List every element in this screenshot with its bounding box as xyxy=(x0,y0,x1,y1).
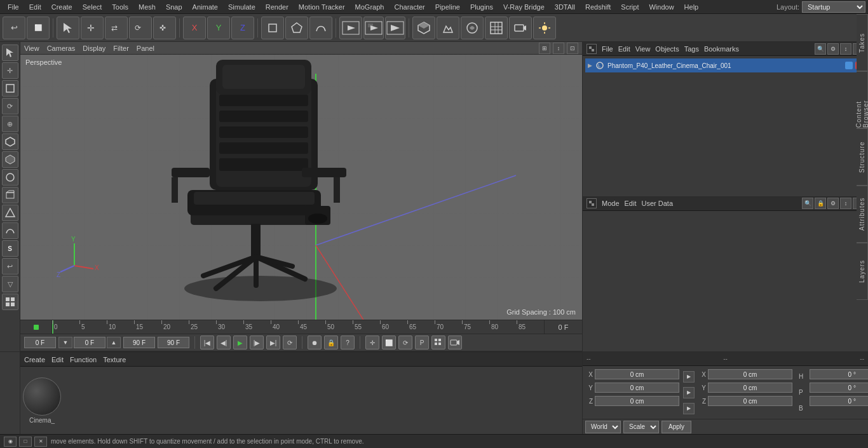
objects-menu-edit[interactable]: Edit xyxy=(618,45,630,53)
objects-expand-btn[interactable]: ↕ xyxy=(840,43,851,55)
objects-menu-bookmarks[interactable]: Bookmarks xyxy=(704,45,739,53)
frame-up-btn[interactable]: ▲ xyxy=(107,337,121,348)
menu-3dtall[interactable]: 3DTAll xyxy=(550,2,580,12)
menu-mograph[interactable]: MoGraph xyxy=(350,2,390,12)
menu-vray[interactable]: V-Ray Bridge xyxy=(498,2,550,12)
sidebar-scale-btn[interactable] xyxy=(2,80,18,97)
object-spline-button[interactable] xyxy=(309,17,332,39)
menu-tools[interactable]: Tools xyxy=(107,2,133,12)
viewport-lock-btn[interactable]: ⊞ xyxy=(539,43,550,54)
draw-btn[interactable] xyxy=(437,17,459,39)
menu-redshift[interactable]: Redshift xyxy=(580,2,616,12)
current-frame-input[interactable] xyxy=(74,337,105,348)
goto-start-btn[interactable]: |◀ xyxy=(200,336,214,350)
menu-help[interactable]: Help xyxy=(679,2,704,12)
sidebar-loop-btn[interactable] xyxy=(2,151,18,168)
material-menu-function[interactable]: Function xyxy=(70,356,97,363)
undo-button[interactable]: ↩ xyxy=(3,17,25,39)
rotate-button[interactable]: ⟳ xyxy=(129,17,152,39)
render-viewport-button[interactable] xyxy=(385,17,405,39)
redo-button[interactable]: ⬜ xyxy=(27,17,50,39)
viewport-menu-panel[interactable]: Panel xyxy=(137,44,154,52)
status-icon-close[interactable]: ✕ xyxy=(34,437,47,447)
menu-snap[interactable]: Snap xyxy=(161,2,187,12)
menu-motion-tracker[interactable]: Motion Tracker xyxy=(294,2,350,12)
material-item-cinema[interactable]: Cinema_ xyxy=(23,377,61,424)
extra-camera-btn[interactable] xyxy=(448,336,462,350)
apply-button[interactable]: Apply xyxy=(661,421,691,433)
world-dropdown[interactable]: World xyxy=(585,421,621,433)
sidebar-deform-btn[interactable] xyxy=(2,222,18,239)
viewport-menu-cameras[interactable]: Cameras xyxy=(47,44,76,52)
coord-x-pos-input[interactable] xyxy=(595,369,679,379)
objects-menu-tags[interactable]: Tags xyxy=(684,45,699,53)
timeline-ruler[interactable]: 051015202530354045505560657075808590 xyxy=(52,320,544,334)
object-model-button[interactable] xyxy=(261,17,284,39)
extra-move-btn[interactable]: ✛ xyxy=(365,336,379,350)
coord-z-arrow[interactable]: ▶ xyxy=(683,403,695,414)
tab-content-browser[interactable]: Content Browser xyxy=(857,71,868,128)
coord-h-rot-input[interactable] xyxy=(810,369,868,379)
attr-menu-edit[interactable]: Edit xyxy=(625,200,637,207)
object-poly-button[interactable] xyxy=(285,17,308,39)
status-icon-circle[interactable]: ◉ xyxy=(4,437,17,447)
frame-down-btn[interactable]: ▼ xyxy=(58,337,72,348)
viewport-arrow-btn[interactable]: ↕ xyxy=(553,43,564,54)
objects-menu-view[interactable]: View xyxy=(635,45,651,53)
objects-gear-btn[interactable]: ⚙ xyxy=(827,43,839,55)
axis-x-button[interactable]: X xyxy=(183,17,206,39)
material-menu-texture[interactable]: Texture xyxy=(103,356,126,363)
menu-window[interactable]: Window xyxy=(644,2,679,12)
extra-grid-btn[interactable] xyxy=(431,336,445,350)
select-mode-button[interactable] xyxy=(57,17,79,39)
light-btn[interactable] xyxy=(533,17,556,39)
sidebar-circle-btn[interactable] xyxy=(2,169,18,186)
coord-x-size-input[interactable] xyxy=(708,369,792,379)
end-frame-input[interactable] xyxy=(123,337,155,348)
coord-z-size-input[interactable] xyxy=(708,396,792,406)
render-region-button[interactable] xyxy=(339,17,362,39)
attr-lock-btn[interactable]: 🔒 xyxy=(815,198,826,209)
record-btn[interactable]: ⏺ xyxy=(308,336,322,350)
tab-takes[interactable]: Takes xyxy=(857,42,868,71)
menu-pipeline[interactable]: Pipeline xyxy=(430,2,465,12)
viewport-menu-display[interactable]: Display xyxy=(83,44,105,52)
menu-animate[interactable]: Animate xyxy=(187,2,223,12)
sidebar-select-btn[interactable] xyxy=(2,44,18,61)
layout-dropdown[interactable]: Startup xyxy=(802,1,865,13)
object-name[interactable]: Phantom_P40_Leather_Cinema_Chair_001 xyxy=(607,62,843,69)
attr-gear-btn[interactable]: ⚙ xyxy=(827,198,839,209)
attr-expand-btn[interactable]: ↕ xyxy=(840,198,851,209)
extra-p-btn[interactable]: P xyxy=(415,336,429,350)
total-frame-input[interactable] xyxy=(158,337,189,348)
viewport[interactable]: Perspective Y X Z xyxy=(20,55,582,320)
material-menu-edit[interactable]: Edit xyxy=(51,356,64,363)
menu-render[interactable]: Render xyxy=(261,2,294,12)
play-btn[interactable]: ▶ xyxy=(233,336,247,350)
transform-button[interactable]: ✜ xyxy=(153,17,176,39)
coord-y-size-input[interactable] xyxy=(708,383,792,393)
sidebar-box-btn[interactable] xyxy=(2,187,18,203)
attr-menu-userdata[interactable]: User Data xyxy=(642,200,674,207)
axis-z-button[interactable]: Z xyxy=(231,17,254,39)
coord-p-rot-input[interactable] xyxy=(810,383,868,393)
object-color1[interactable] xyxy=(845,62,853,69)
tab-structure[interactable]: Structure xyxy=(857,128,868,186)
menu-file[interactable]: File xyxy=(3,2,24,12)
menu-script[interactable]: Script xyxy=(616,2,644,12)
coord-z-pos-input[interactable] xyxy=(595,396,679,406)
render-picture-button[interactable] xyxy=(363,17,384,39)
coord-x-arrow[interactable]: ▶ xyxy=(683,371,695,383)
tab-attributes[interactable]: Attributes xyxy=(857,186,868,243)
sidebar-grid2-btn[interactable] xyxy=(2,294,18,310)
menu-edit[interactable]: Edit xyxy=(24,2,46,12)
objects-search-btn[interactable]: 🔍 xyxy=(815,43,826,55)
menu-create[interactable]: Create xyxy=(46,2,78,12)
menu-select[interactable]: Select xyxy=(78,2,107,12)
viewport-fullscreen-btn[interactable]: ⊡ xyxy=(567,43,578,54)
viewport-menu-filter[interactable]: Filter xyxy=(113,44,128,52)
objects-menu-file[interactable]: File xyxy=(602,45,613,53)
tab-layers[interactable]: Layers xyxy=(857,243,868,300)
loop-btn[interactable]: ⟳ xyxy=(283,336,297,350)
move-button[interactable]: ✛ xyxy=(81,17,104,39)
